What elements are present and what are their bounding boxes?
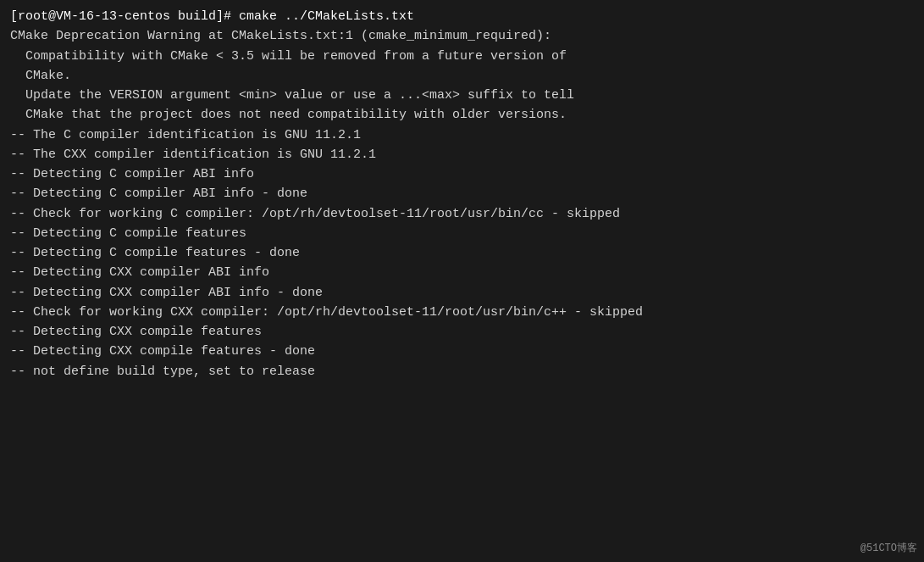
terminal-window: [root@VM-16-13-centos build]# cmake ../C…	[0, 0, 924, 562]
terminal-line-info4: -- Detecting C compiler ABI info - done	[10, 184, 914, 203]
terminal-line-info1: -- The C compiler identification is GNU …	[10, 125, 914, 145]
terminal-line-warn5: CMake that the project does not need com…	[10, 105, 914, 125]
terminal-line-info9: -- Detecting CXX compiler ABI info - don…	[10, 283, 914, 303]
terminal-line-info11: -- Detecting CXX compile features	[10, 322, 914, 342]
terminal-line-info7: -- Detecting C compile features - done	[10, 243, 914, 263]
terminal-line-info2: -- The CXX compiler identification is GN…	[10, 145, 914, 164]
terminal-line-prompt: [root@VM-16-13-centos build]# cmake ../C…	[10, 7, 914, 26]
terminal-line-warn4: Update the VERSION argument <min> value …	[10, 86, 914, 105]
terminal-line-warn2: Compatibility with CMake < 3.5 will be r…	[10, 47, 914, 66]
terminal-line-warn1: CMake Deprecation Warning at CMakeLists.…	[10, 26, 914, 46]
terminal-line-warn3: CMake.	[10, 66, 914, 86]
terminal-line-info10: -- Check for working CXX compiler: /opt/…	[10, 303, 914, 322]
terminal-output: [root@VM-16-13-centos build]# cmake ../C…	[10, 7, 914, 381]
terminal-line-info5: -- Check for working C compiler: /opt/rh…	[10, 204, 914, 224]
terminal-line-info3: -- Detecting C compiler ABI info	[10, 164, 914, 184]
terminal-line-info8: -- Detecting CXX compiler ABI info	[10, 263, 914, 282]
watermark: @51CTO博客	[860, 541, 917, 555]
terminal-line-info12: -- Detecting CXX compile features - done	[10, 342, 914, 361]
terminal-line-info13: -- not define build type, set to release	[10, 362, 914, 381]
terminal-line-info6: -- Detecting C compile features	[10, 224, 914, 243]
